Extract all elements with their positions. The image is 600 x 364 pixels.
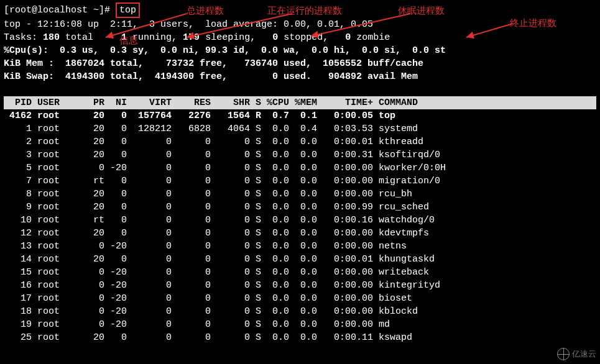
tasks-zombie-lbl: zombie (351, 32, 390, 43)
table-row: 19 root 0 -20 0 0 0 S 0.0 0.0 0:00.00 md (4, 318, 596, 331)
top-cpu-line: %Cpu(s): 0.3 us, 0.3 sy, 0.0 ni, 99.3 id… (4, 44, 596, 57)
tasks-spacer (93, 32, 121, 43)
command-text: top (119, 5, 136, 16)
process-header-row: PID USER PR NI VIRT RES SHR S %CPU %MEM … (4, 96, 596, 109)
command-top-box: top (116, 2, 140, 18)
table-row: 14 root 20 0 0 0 0 S 0.0 0.0 0:00.01 khu… (4, 253, 596, 266)
tasks-total-lbl: total (60, 32, 93, 43)
top-summary-line1: top - 12:16:08 up 2:11, 3 users, load av… (4, 18, 596, 31)
table-row: 13 root 0 -20 0 0 0 S 0.0 0.0 0:00.00 ne… (4, 240, 596, 253)
tasks-running-lbl: running, (127, 32, 177, 43)
table-row: 8 root 20 0 0 0 0 S 0.0 0.0 0:00.00 rcu_… (4, 188, 596, 201)
table-row: 25 root 20 0 0 0 0 S 0.0 0.0 0:00.11 ksw… (4, 331, 596, 344)
tasks-stopped: 0 (256, 32, 278, 43)
tasks-label: Tasks: (4, 32, 37, 43)
table-row: 10 root rt 0 0 0 0 S 0.0 0.0 0:00.16 wat… (4, 214, 596, 227)
top-swap-line: KiB Swap: 4194300 total, 4194300 free, 0… (4, 70, 596, 83)
table-row: 4162 root 20 0 157764 2276 1564 R 0.7 0.… (4, 109, 596, 122)
globe-icon (557, 348, 570, 360)
watermark-text: 亿速云 (572, 348, 596, 360)
tasks-stopped-lbl: stopped, (278, 32, 328, 43)
watermark: 亿速云 (557, 348, 596, 360)
tasks-total: 180 (43, 32, 60, 43)
tasks-sleeping-lbl: sleeping, (200, 32, 256, 43)
prompt-prefix: [root@localhost ~]# (4, 5, 116, 16)
table-row: 15 root 0 -20 0 0 0 S 0.0 0.0 0:00.00 wr… (4, 266, 596, 279)
table-row: 2 root 20 0 0 0 0 S 0.0 0.0 0:00.01 kthr… (4, 135, 596, 148)
process-list[interactable]: 4162 root 20 0 157764 2276 1564 R 0.7 0.… (4, 109, 596, 344)
tasks-running: 1 (121, 32, 127, 43)
table-row: 1 root 20 0 128212 6828 4064 S 0.0 0.4 0… (4, 122, 596, 135)
table-row: 16 root 0 -20 0 0 0 S 0.0 0.0 0:00.00 ki… (4, 279, 596, 292)
prompt-line: [root@localhost ~]# top (4, 2, 596, 18)
table-row: 9 root 20 0 0 0 0 S 0.0 0.0 0:00.99 rcu_… (4, 201, 596, 214)
tasks-sleeping: 179 (177, 32, 200, 43)
table-row: 12 root 20 0 0 0 0 S 0.0 0.0 0:00.00 kde… (4, 227, 596, 240)
table-row: 17 root 0 -20 0 0 0 S 0.0 0.0 0:00.00 bi… (4, 292, 596, 305)
table-row: 5 root 0 -20 0 0 0 S 0.0 0.0 0:00.00 kwo… (4, 162, 596, 175)
top-tasks-line: Tasks: 180 total 1 running, 179 sleeping… (4, 31, 596, 44)
table-row: 3 root 20 0 0 0 0 S 0.0 0.0 0:00.31 ksof… (4, 148, 596, 162)
tasks-zombie: 0 (328, 32, 351, 43)
blank-line (4, 83, 596, 96)
table-row: 18 root 0 -20 0 0 0 S 0.0 0.0 0:00.00 kb… (4, 305, 596, 318)
top-mem-line: KiB Mem : 1867024 total, 73732 free, 736… (4, 57, 596, 70)
table-row: 7 root rt 0 0 0 0 S 0.0 0.0 0:00.00 migr… (4, 175, 596, 188)
